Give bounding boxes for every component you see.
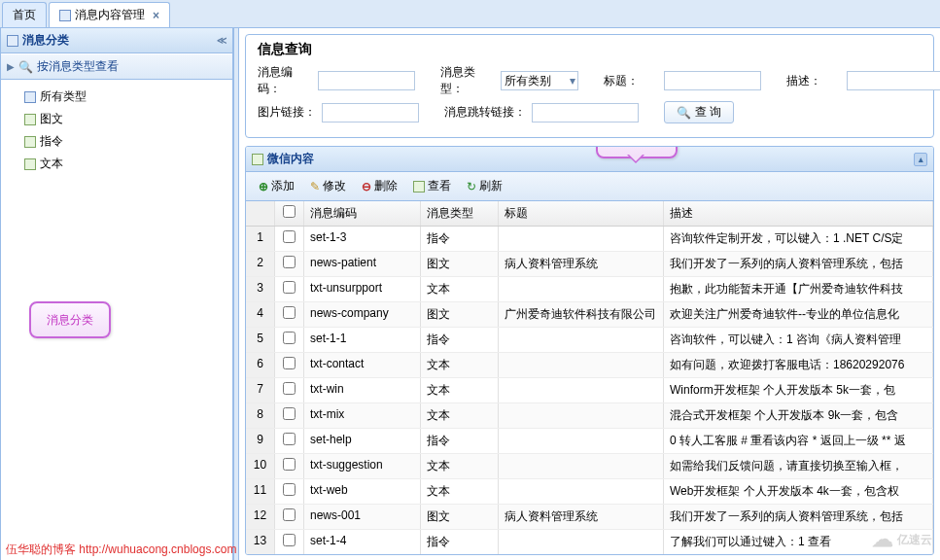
col-header-code[interactable]: 消息编码: [304, 201, 421, 226]
cell-desc: 我们开发了一系列的病人资料管理系统，包括: [664, 252, 933, 276]
btn-label: 修改: [323, 178, 346, 194]
table-row[interactable]: 3txt-unsurpport文本抱歉，此功能暂未开通【广州爱奇迪软件科技: [246, 277, 933, 302]
row-checkbox[interactable]: [283, 332, 296, 344]
row-checkbox[interactable]: [283, 508, 296, 521]
table-row[interactable]: 10txt-suggestion文本如需给我们反馈问题，请直接切换至输入框，: [246, 454, 933, 479]
edit-button[interactable]: ✎修改: [303, 175, 353, 197]
cell-checkbox[interactable]: [275, 530, 304, 554]
table-row[interactable]: 7txt-win文本Winform开发框架 个人开发版本 5k一套，包: [246, 378, 933, 403]
tabs-bar: 首页 消息内容管理 ×: [0, 0, 940, 28]
tree-item-all[interactable]: 所有类型: [5, 86, 228, 108]
cell-title: 广州爱奇迪软件科技有限公司: [499, 302, 664, 327]
collapse-icon[interactable]: ≪: [217, 35, 226, 46]
refresh-button[interactable]: ↻刷新: [460, 175, 509, 197]
cell-type: 图文: [421, 505, 499, 529]
search-button-label: 查 询: [695, 104, 721, 121]
row-checkbox[interactable]: [283, 281, 296, 294]
label-jumplink: 消息跳转链接：: [444, 104, 526, 121]
table-row[interactable]: 4news-company图文广州爱奇迪软件科技有限公司欢迎关注广州爱奇迪软件-…: [246, 302, 933, 328]
table-row[interactable]: 2news-patient图文病人资料管理系统我们开发了一系列的病人资料管理系统…: [246, 252, 933, 277]
sidebar-header: 消息分类 ≪: [1, 28, 232, 53]
tab-home[interactable]: 首页: [2, 2, 47, 27]
cell-title: [499, 378, 664, 402]
col-rownum: [246, 201, 275, 226]
table-row[interactable]: 12news-001图文病人资料管理系统我们开发了一系列的病人资料管理系统，包括: [246, 505, 933, 530]
sidebar-subheader[interactable]: ▶ 🔍 按消息类型查看: [1, 53, 232, 80]
doc-icon: [24, 91, 36, 103]
checkbox-all[interactable]: [283, 205, 296, 218]
pencil-icon: ✎: [310, 180, 320, 193]
cell-checkbox[interactable]: [275, 227, 304, 251]
cell-checkbox[interactable]: [275, 403, 304, 428]
cell-title: [499, 454, 664, 478]
cell-title: [499, 227, 664, 251]
grid-icon: [252, 154, 263, 165]
cell-rownum: 12: [246, 505, 275, 529]
page-icon: [59, 10, 71, 21]
grid-body[interactable]: 1set-1-3指令咨询软件定制开发，可以键入：1 .NET C/S定2news…: [246, 227, 933, 554]
table-row[interactable]: 8txt-mix文本混合式开发框架 个人开发版本 9k一套，包含: [246, 403, 933, 429]
col-select-all[interactable]: [275, 201, 304, 226]
input-desc[interactable]: [847, 71, 940, 90]
cell-checkbox[interactable]: [275, 252, 304, 276]
tree-item-news[interactable]: 图文: [5, 108, 228, 130]
cell-title: [499, 429, 664, 453]
cell-checkbox[interactable]: [275, 454, 304, 478]
search-button[interactable]: 🔍 查 询: [664, 101, 734, 123]
cell-desc: 抱歉，此功能暂未开通【广州爱奇迪软件科技: [664, 277, 933, 301]
add-button[interactable]: ⊕添加: [252, 175, 301, 197]
row-checkbox[interactable]: [283, 382, 296, 395]
cell-checkbox[interactable]: [275, 328, 304, 352]
table-row[interactable]: 1set-1-3指令咨询软件定制开发，可以键入：1 .NET C/S定: [246, 227, 933, 252]
cell-checkbox[interactable]: [275, 378, 304, 402]
cell-checkbox[interactable]: [275, 302, 304, 327]
row-checkbox[interactable]: [283, 256, 296, 268]
cell-title: [499, 479, 664, 504]
col-header-type[interactable]: 消息类型: [421, 201, 499, 226]
table-row[interactable]: 5set-1-1指令咨询软件，可以键入：1 咨询《病人资料管理: [246, 328, 933, 353]
view-button[interactable]: 查看: [406, 175, 458, 197]
row-checkbox[interactable]: [283, 433, 296, 445]
btn-label: 刷新: [479, 178, 503, 194]
search-icon: 🔍: [677, 106, 691, 120]
input-code[interactable]: [318, 71, 415, 90]
tab-msg-content[interactable]: 消息内容管理 ×: [49, 2, 170, 27]
cell-checkbox[interactable]: [275, 353, 304, 377]
tree-label: 指令: [40, 133, 63, 150]
list-icon: [7, 35, 18, 47]
row-checkbox[interactable]: [283, 407, 296, 420]
cloud-icon: ☁: [872, 527, 893, 552]
table-row[interactable]: 6txt-contact文本如有问题，欢迎拨打客服电话：18620292076: [246, 353, 933, 378]
cell-type: 文本: [421, 479, 499, 504]
row-checkbox[interactable]: [283, 458, 296, 471]
row-checkbox[interactable]: [283, 357, 296, 369]
label-title: 标题：: [604, 73, 658, 89]
tree-item-cmd[interactable]: 指令: [5, 130, 228, 153]
cell-checkbox[interactable]: [275, 277, 304, 301]
row-checkbox[interactable]: [283, 483, 296, 496]
table-row[interactable]: 9set-help指令0 转人工客服 # 重看该内容 * 返回上一级 ** 返: [246, 429, 933, 454]
input-imglink[interactable]: [322, 103, 419, 122]
row-checkbox[interactable]: [283, 230, 296, 243]
cell-rownum: 2: [246, 252, 275, 276]
input-jumplink[interactable]: [532, 103, 639, 122]
watermark: 伍华聪的博客 http://wuhuacong.cnblogs.com: [6, 542, 236, 558]
close-icon[interactable]: ×: [153, 9, 159, 22]
tree-item-text[interactable]: 文本: [5, 153, 228, 175]
tab-label: 消息内容管理: [75, 7, 145, 23]
row-checkbox[interactable]: [283, 534, 296, 546]
cell-checkbox[interactable]: [275, 505, 304, 529]
col-header-desc[interactable]: 描述: [664, 201, 933, 226]
cell-checkbox[interactable]: [275, 479, 304, 504]
table-row[interactable]: 13set-1-4指令了解我们可以通过键入：1 查看: [246, 530, 933, 554]
col-header-title[interactable]: 标题: [499, 201, 664, 226]
delete-button[interactable]: ⊖删除: [355, 175, 404, 197]
cell-rownum: 3: [246, 277, 275, 301]
row-checkbox[interactable]: [283, 306, 296, 319]
select-type[interactable]: [501, 71, 578, 90]
table-row[interactable]: 11txt-web文本Web开发框架 个人开发版本 4k一套，包含权: [246, 479, 933, 505]
input-title[interactable]: [664, 71, 761, 90]
cell-code: set-1-1: [304, 328, 421, 352]
collapse-up-icon[interactable]: ▴: [914, 153, 927, 166]
cell-checkbox[interactable]: [275, 429, 304, 453]
